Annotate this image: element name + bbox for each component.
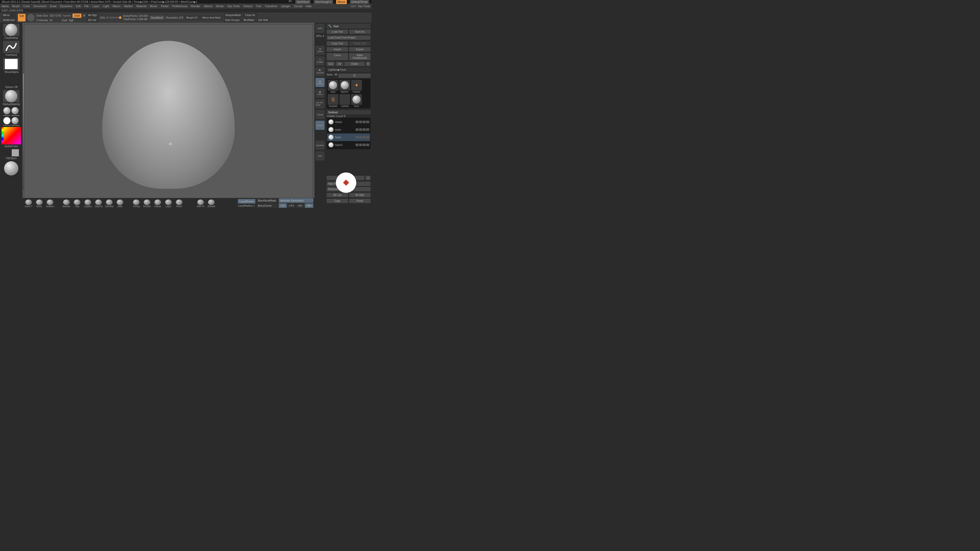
copytool-button[interactable]: Copy Tool	[327, 41, 348, 46]
menus-button[interactable]: Menus	[336, 0, 347, 4]
gyro-icon[interactable]	[27, 14, 35, 21]
quicksave-button[interactable]: QuickSave	[295, 0, 310, 4]
menu-edit[interactable]: Edit	[76, 5, 81, 8]
brush-layer[interactable]: Layer	[163, 198, 173, 208]
sym-m-button[interactable]: >M<	[305, 203, 313, 208]
visible-button[interactable]: Visible	[344, 62, 364, 66]
menu-picker[interactable]: Picker	[161, 5, 169, 8]
pastetool-button[interactable]: Paste Tool	[349, 41, 371, 46]
brush-standar[interactable]: Standar	[61, 198, 72, 208]
menu-texture[interactable]: Texture	[243, 5, 252, 8]
menu-material[interactable]: Material	[136, 5, 146, 8]
transp-button[interactable]: Transp	[315, 110, 325, 119]
blurmask-button[interactable]: BlurMask	[242, 18, 256, 22]
menu-saxtools[interactable]: Sax Tools	[228, 5, 240, 8]
menu-tool[interactable]: Tool	[256, 5, 261, 8]
move-button[interactable]: ✥Move	[315, 46, 325, 55]
brush-hpolish[interactable]: hPolish	[142, 198, 152, 208]
alpha-thumbnail[interactable]	[3, 58, 19, 70]
linefill-button[interactable]: Line Fill PolyF	[315, 99, 325, 108]
menu-stencil[interactable]: Stencil	[204, 5, 212, 8]
color-swatch-b[interactable]	[12, 149, 19, 156]
solo-button[interactable]: Solo	[315, 151, 325, 160]
zsub-button[interactable]: Zsub	[62, 19, 67, 22]
switchcolor-label[interactable]: SwitchColor	[4, 145, 18, 148]
backfacemask-button[interactable]: BackfaceMask	[256, 198, 278, 203]
menu-layer[interactable]: Layer	[92, 5, 100, 8]
import-button[interactable]: Import	[327, 47, 348, 52]
dynamesh-button[interactable]: DynaMesh	[149, 16, 165, 20]
menu-render[interactable]: Render	[191, 5, 200, 8]
brush-thumbnail[interactable]	[3, 24, 19, 36]
all-button[interactable]: All	[336, 62, 343, 66]
copy-button[interactable]: Copy	[327, 199, 348, 203]
tool-thumb-5[interactable]: hairs	[351, 94, 362, 107]
menu-brush[interactable]: Brush	[12, 5, 20, 8]
rgb-button[interactable]: Rgb	[69, 19, 73, 22]
menu-file[interactable]: File	[84, 5, 89, 8]
tool-thumb-1[interactable]: Sphere:	[339, 80, 350, 93]
menu-preferences[interactable]: Preferences	[172, 5, 187, 8]
menu-alpha[interactable]: Alpha	[2, 5, 9, 8]
m-button[interactable]: M	[83, 14, 85, 17]
brush-claybui[interactable]: ClayBui	[83, 198, 93, 208]
subtool-hairs[interactable]: hairs	[327, 133, 370, 141]
brush-claytut[interactable]: ClayTut	[94, 198, 103, 208]
viewport[interactable]	[24, 24, 313, 205]
edit-mode-button[interactable]: Edit	[18, 14, 25, 21]
menu-movie[interactable]: Movie	[150, 5, 157, 8]
mirror-button[interactable]: Mirror	[2, 13, 16, 17]
lightbox-button[interactable]: Lightbox▶Tools	[327, 68, 371, 72]
tool-panel-header[interactable]: 🔧Tool	[327, 24, 371, 29]
saveas-button[interactable]: Save As	[349, 30, 371, 34]
fillobject-label[interactable]: FillObject	[6, 157, 17, 160]
r-button[interactable]: R	[366, 62, 371, 66]
menu-draw[interactable]: Draw	[50, 5, 56, 8]
menu-light[interactable]: Light	[103, 5, 109, 8]
brush-immpri[interactable]: IMM Pri	[196, 198, 206, 208]
export-button[interactable]: Export	[349, 47, 371, 52]
allhigh-button[interactable]: All High	[86, 13, 98, 17]
loadtool-button[interactable]: Load Tool	[327, 30, 348, 34]
bpr-button[interactable]: BPR	[315, 24, 325, 33]
defaultzscript-button[interactable]: DefaultZScript	[350, 0, 369, 4]
multiinsert-button[interactable]: MultiInsert	[2, 18, 16, 22]
clone-button[interactable]: Clone	[327, 53, 348, 60]
brush-planar[interactable]: Planar	[153, 198, 163, 208]
closehc-button[interactable]: Close Hc	[243, 13, 257, 17]
material-thumbnail[interactable]	[3, 90, 19, 102]
floor-button[interactable]: ▦Floor	[315, 89, 325, 98]
allhigh-button[interactable]: All High	[349, 193, 371, 197]
tool-thumb-2[interactable]: ✦PolyMe	[351, 80, 362, 93]
lazyradius-value[interactable]: 1	[253, 204, 255, 207]
basicma-material[interactable]: BasicMa	[11, 107, 19, 117]
menu-marker[interactable]: Marker	[124, 5, 133, 8]
subtool-header[interactable]: Subtool	[327, 110, 371, 114]
activatesymmetry-button[interactable]: Activate Symmetry	[279, 198, 313, 203]
gradient-sphere[interactable]	[4, 161, 18, 176]
subtool-head[interactable]: Head	[327, 118, 370, 126]
menu-dynamics[interactable]: Dynamics	[60, 5, 72, 8]
zoom3d-button[interactable]: 🔍Zoom3D	[315, 67, 325, 76]
hairs-r-button[interactable]: R	[339, 73, 371, 78]
paste-button[interactable]: Paste	[349, 199, 371, 203]
menu-document[interactable]: Document	[33, 5, 46, 8]
brush-snakeh[interactable]: SnakeH	[45, 198, 55, 208]
brush-zmodel[interactable]: ZModel	[206, 198, 216, 208]
menu-color[interactable]: Color	[23, 5, 30, 8]
resolution-value[interactable]: 128	[179, 16, 183, 19]
persp-button[interactable]: ▦Persp	[315, 78, 325, 87]
sedoub-material[interactable]: seDoub	[3, 107, 11, 117]
makepoly-button[interactable]: Make PolyMesh3D	[349, 53, 371, 60]
brush-inflat[interactable]: Inflat	[115, 198, 125, 208]
color-picker[interactable]	[3, 127, 21, 144]
sym-z-button[interactable]: >Z<	[296, 203, 304, 208]
texture-label[interactable]: Texture Off	[5, 86, 18, 89]
brush-clay[interactable]: Clay	[72, 198, 82, 208]
sdiv-slider[interactable]	[109, 17, 121, 18]
brush-trimdy[interactable]: TrimDy	[131, 198, 142, 208]
accucurve-button[interactable]: AccuCurve	[256, 203, 278, 208]
subtool-hairs1[interactable]: hairs1	[327, 141, 370, 149]
sdiv-value[interactable]: 3	[107, 16, 108, 19]
spix-label[interactable]: SPix 3	[316, 35, 324, 38]
